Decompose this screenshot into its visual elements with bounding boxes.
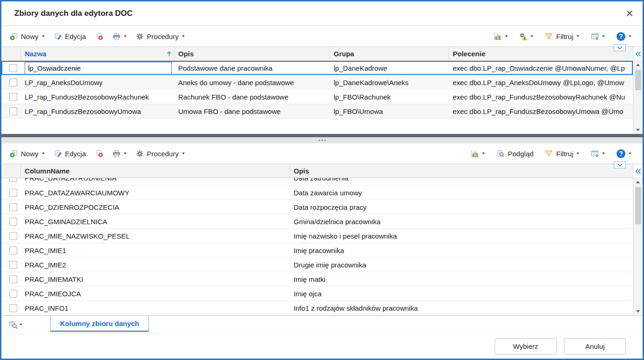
chart-button[interactable]	[467, 147, 489, 160]
tab-kolumny-zbioru-danych[interactable]: Kolumny zbioru danych	[50, 316, 149, 332]
triangle-down-icon	[636, 310, 640, 313]
chevron-down-icon	[577, 35, 579, 37]
print-button[interactable]	[109, 147, 130, 160]
header-checkbox-column[interactable]	[1, 47, 21, 60]
help-button[interactable]: ?	[613, 30, 635, 43]
cell-columnname: PRAC_DATAZAWARCIAUMOWY	[21, 186, 290, 200]
row-checkbox[interactable]	[9, 275, 17, 283]
inline-editor[interactable]: lp_Oswiadczenie	[25, 62, 172, 74]
scrollbar-thumb[interactable]	[635, 70, 641, 90]
print-icon	[113, 33, 121, 40]
cancel-button[interactable]: Anuluj	[564, 338, 626, 355]
footer: Wybierz Anuluj	[1, 333, 643, 359]
collapse-panel-button[interactable]	[633, 164, 643, 178]
cell-opis: Data zawarcia umowy	[290, 186, 633, 200]
scroll-down-button[interactable]	[633, 307, 643, 315]
row-checkbox[interactable]	[9, 64, 17, 72]
row-checkbox[interactable]	[9, 261, 17, 269]
cell-opis: Aneks do umowy - dane podstawowe	[174, 75, 330, 89]
cell-columnname: PRAC_IMIE1	[21, 243, 290, 257]
table-row[interactable]: PRAC_IMIEOJCA Imię ojca	[1, 287, 633, 301]
chevron-down-icon	[629, 153, 631, 154]
sort-ascending-icon	[167, 51, 172, 57]
delete-button[interactable]	[92, 30, 107, 43]
header-checkbox-column[interactable]	[1, 164, 21, 178]
table-row[interactable]: PRAC_IMIE2 Drugie imię pracownika	[1, 258, 633, 272]
row-checkbox[interactable]	[9, 218, 17, 226]
preview-button-label: Podgląd	[508, 150, 533, 158]
new-button-label: Nowy	[21, 33, 39, 40]
table-row[interactable]: lp_Oswiadczenie Podstawowe dane pracowni…	[1, 61, 633, 75]
cell-columnname: PRAC_DZIENROZPOCZECIA	[21, 200, 290, 214]
table-row[interactable]: PRAC_IMIE1 Imię pracownika	[1, 243, 633, 258]
collapse-panel-button[interactable]	[633, 47, 643, 61]
new-button[interactable]: Nowy	[6, 147, 48, 160]
horizontal-splitter[interactable]	[1, 134, 643, 143]
cell-polecenie: exec dbo.LP_rap_FunduszBezosobowyUmowa @…	[449, 104, 633, 118]
cell-grupa: lp_FBO\Umowa	[330, 104, 449, 118]
table-row[interactable]: PRAC_IMIEMATKI Imię matki	[1, 272, 633, 287]
table-row[interactable]: PRAC_IMIE_NAZWISKO_PESEL Imię nazwisko i…	[1, 229, 633, 243]
table-row[interactable]: PRAC_DATAZAWARCIAUMOWY Data zawarcia umo…	[1, 186, 633, 200]
triangle-up-icon	[636, 64, 640, 66]
cell-grupa: lp_FBO\Rachunek	[330, 90, 449, 104]
filter-button[interactable]: Filtruj	[541, 30, 583, 43]
edit-icon	[54, 150, 62, 158]
grid-settings-button[interactable]	[587, 147, 609, 160]
procedures-button[interactable]: Procedury	[132, 30, 188, 43]
table-row-partial[interactable]: PRAC_DATAZATRUDNIENIA Data zatrudnienia	[1, 178, 633, 186]
delete-button[interactable]	[92, 147, 107, 160]
scroll-down-button[interactable]	[633, 126, 643, 134]
close-icon[interactable]: ×	[626, 7, 633, 20]
edit-button[interactable]: Edycja	[50, 30, 90, 43]
filter-icon	[545, 150, 553, 158]
cell-columnname: PRAC_GMINADZIELNICA	[21, 214, 290, 228]
row-checkbox[interactable]	[9, 79, 17, 87]
search-button[interactable]	[7, 319, 24, 331]
filter-button[interactable]: Filtruj	[541, 147, 583, 160]
row-checkbox[interactable]	[9, 93, 17, 101]
scroll-up-button[interactable]	[633, 61, 643, 69]
column-header-nazwa[interactable]: Nazwa	[21, 47, 174, 60]
column-header-columnname[interactable]: ColumnName	[21, 164, 290, 178]
chart-icon	[494, 33, 502, 40]
chart-button[interactable]	[490, 30, 511, 43]
scrollbar-thumb[interactable]	[635, 187, 641, 224]
row-checkbox[interactable]	[9, 247, 17, 254]
toolbar-overflow-button[interactable]	[614, 44, 626, 51]
column-header-opis[interactable]: Opis	[290, 164, 633, 178]
table-row[interactable]: PRAC_GMINADZIELNICA Gmina/dzielnica prac…	[1, 214, 633, 229]
chevron-down-icon	[42, 153, 45, 154]
vertical-scrollbar[interactable]	[633, 61, 643, 134]
toolbar-overflow-button[interactable]	[614, 161, 626, 168]
edit-button[interactable]: Edycja	[50, 147, 90, 160]
row-checkbox[interactable]	[9, 189, 17, 197]
table-row[interactable]: LP_rap_FunduszBezosobowyUmowa Umowa FBO …	[1, 104, 633, 119]
column-header-grupa[interactable]: Grupa	[330, 47, 449, 60]
column-header-opis[interactable]: Opis	[174, 47, 330, 60]
row-checkbox[interactable]	[9, 290, 17, 298]
new-button[interactable]: Nowy	[6, 30, 48, 43]
datasets-grid-right-rail	[633, 47, 643, 134]
settings-warning-button[interactable]	[516, 30, 537, 43]
help-button[interactable]: ?	[613, 147, 635, 160]
row-checkbox[interactable]	[9, 232, 17, 240]
row-checkbox[interactable]	[9, 203, 17, 211]
scroll-up-button[interactable]	[633, 178, 643, 186]
row-checkbox[interactable]	[9, 107, 17, 115]
column-header-polecenie[interactable]: Polecenie	[449, 47, 633, 60]
row-checkbox[interactable]	[9, 304, 17, 312]
grid-settings-button[interactable]	[587, 30, 609, 43]
row-checkbox[interactable]	[9, 178, 17, 182]
print-button[interactable]	[109, 30, 130, 43]
table-row[interactable]: LP_rap_FunduszBezosobowyRachunek Rachune…	[1, 90, 633, 104]
chevron-down-icon	[602, 153, 605, 154]
table-row[interactable]: PRAC_INFO1 Info1 z rodzajów składników p…	[1, 301, 633, 315]
preview-button[interactable]: Podgląd	[493, 147, 537, 160]
procedures-button[interactable]: Procedury	[132, 147, 188, 160]
vertical-scrollbar[interactable]	[633, 178, 643, 315]
select-button[interactable]: Wybierz	[495, 338, 557, 355]
table-row[interactable]: LP_rap_AneksDoUmowy Aneks do umowy - dan…	[1, 75, 633, 90]
cell-columnname: PRAC_DATAZATRUDNIENIA	[21, 178, 290, 185]
table-row[interactable]: PRAC_DZIENROZPOCZECIA Data rozpoczęcia p…	[1, 200, 633, 214]
